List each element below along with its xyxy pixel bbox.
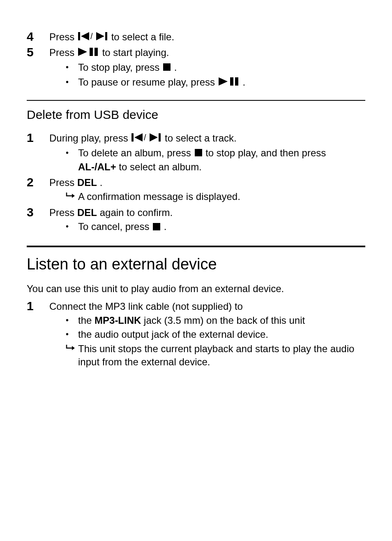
- result-arrow-icon: [66, 342, 78, 351]
- sub-body: the audio output jack of the external de…: [78, 328, 365, 341]
- step-body: Press / to select a file.: [49, 30, 365, 44]
- sub-body: To stop play, press .: [78, 61, 365, 75]
- prev-next-icon: /: [131, 132, 161, 145]
- step-body: Press DEL again to confirm. • To cancel,…: [49, 205, 365, 235]
- text: .: [100, 177, 103, 188]
- svg-rect-4: [105, 32, 107, 40]
- sub-item: This unit stops the current playback and…: [66, 342, 365, 369]
- prev-next-icon: /: [78, 30, 108, 44]
- text: To cancel, press: [78, 221, 152, 232]
- text: To delete an album, press: [78, 147, 194, 158]
- text: Press: [49, 31, 77, 42]
- bullet-icon: •: [66, 146, 78, 159]
- sub-body: A confirmation message is displayed.: [78, 190, 365, 203]
- sub-body: the MP3-LINK jack (3.5 mm) on the back o…: [78, 314, 365, 327]
- section-heading: Listen to an external device: [27, 254, 365, 275]
- svg-rect-8: [163, 63, 171, 71]
- svg-text:/: /: [144, 133, 146, 142]
- text: the audio output jack of the external de…: [78, 329, 268, 340]
- text: A confirmation message is displayed.: [78, 191, 240, 202]
- svg-rect-10: [230, 77, 233, 86]
- sub-body: To pause or resume play, press .: [78, 76, 365, 90]
- text: Connect the MP3 link cable (not supplied…: [49, 301, 243, 312]
- sub-item: • the MP3-LINK jack (3.5 mm) on the back…: [66, 314, 365, 327]
- step-1: 1 During play, press / to select a track…: [27, 131, 365, 174]
- text: to select a file.: [111, 31, 174, 42]
- bullet-icon: •: [66, 328, 78, 340]
- step-number: 4: [27, 30, 49, 43]
- text: the: [78, 315, 95, 326]
- step-number: 1: [27, 131, 49, 144]
- stop-icon: [163, 61, 171, 74]
- svg-rect-11: [235, 77, 238, 86]
- text: .: [174, 62, 177, 73]
- button-label: AL-/AL+: [78, 161, 116, 172]
- svg-marker-15: [150, 133, 158, 142]
- step-body: Connect the MP3 link cable (not supplied…: [49, 299, 365, 370]
- bullet-icon: •: [66, 61, 78, 73]
- svg-rect-0: [78, 32, 80, 40]
- stop-icon: [153, 221, 160, 234]
- sub-body: This unit stops the current playback and…: [78, 342, 365, 369]
- step-4: 4 Press / to select a file.: [27, 30, 365, 44]
- sub-item: • To delete an album, press to stop play…: [66, 146, 365, 174]
- sub-body: To cancel, press .: [78, 220, 365, 234]
- divider: [27, 246, 365, 247]
- text: .: [242, 77, 245, 88]
- svg-rect-6: [90, 48, 93, 56]
- sub-item: • the audio output jack of the external …: [66, 328, 365, 341]
- bullet-icon: •: [66, 314, 78, 326]
- step-body: During play, press / to select a track. …: [49, 131, 365, 174]
- text: To pause or resume play, press: [78, 77, 218, 88]
- play-pause-icon: [78, 46, 99, 59]
- svg-marker-13: [134, 133, 143, 142]
- sub-item: • To pause or resume play, press .: [66, 76, 365, 90]
- button-label: DEL: [77, 177, 97, 188]
- svg-text:/: /: [90, 32, 93, 40]
- sub-body: To delete an album, press to stop play, …: [78, 146, 365, 174]
- text: Press: [49, 177, 77, 188]
- svg-marker-5: [78, 48, 87, 56]
- button-label: DEL: [77, 207, 97, 218]
- step-number: 3: [27, 205, 49, 219]
- svg-marker-18: [72, 194, 75, 198]
- text: To stop play, press: [78, 62, 162, 73]
- step-2: 2 Press DEL . A confirmation message is …: [27, 175, 365, 204]
- svg-marker-9: [219, 77, 228, 86]
- result-arrow-icon: [66, 190, 78, 199]
- text: During play, press: [49, 132, 131, 144]
- step-1: 1 Connect the MP3 link cable (not suppli…: [27, 299, 365, 370]
- step-body: Press to start playing. • To stop play, …: [49, 45, 365, 91]
- text: to select an album.: [119, 161, 201, 172]
- text: to select a track.: [165, 132, 237, 144]
- text: Press: [49, 47, 77, 58]
- svg-rect-17: [195, 149, 202, 156]
- text: again to confirm.: [100, 207, 173, 218]
- divider: [27, 100, 365, 101]
- text: to stop play, and then press: [205, 147, 326, 158]
- svg-rect-7: [95, 48, 98, 56]
- play-pause-icon: [219, 76, 239, 89]
- bullet-icon: •: [66, 220, 78, 232]
- jack-label: MP3-LINK: [95, 315, 141, 326]
- text: jack (3.5 mm) on the back of this unit: [144, 315, 305, 326]
- step-5: 5 Press to start playing. • To stop play…: [27, 45, 365, 91]
- sub-item: • To stop play, press .: [66, 61, 365, 75]
- stop-icon: [195, 146, 202, 160]
- text: This unit stops the current playback and…: [78, 343, 354, 367]
- text: Press: [49, 207, 77, 218]
- text: to start playing.: [102, 47, 169, 58]
- bullet-icon: •: [66, 76, 78, 88]
- step-number: 2: [27, 175, 49, 189]
- step-3: 3 Press DEL again to confirm. • To cance…: [27, 205, 365, 235]
- svg-rect-12: [131, 133, 134, 142]
- intro-text: You can use this unit to play audio from…: [27, 282, 365, 295]
- svg-marker-1: [81, 32, 89, 40]
- svg-marker-3: [96, 32, 104, 40]
- text: .: [164, 221, 167, 232]
- svg-rect-16: [159, 133, 161, 142]
- step-number: 5: [27, 45, 49, 59]
- step-body: Press DEL . A confirmation message is di…: [49, 175, 365, 204]
- subsection-heading: Delete from USB device: [27, 107, 365, 123]
- step-number: 1: [27, 299, 49, 313]
